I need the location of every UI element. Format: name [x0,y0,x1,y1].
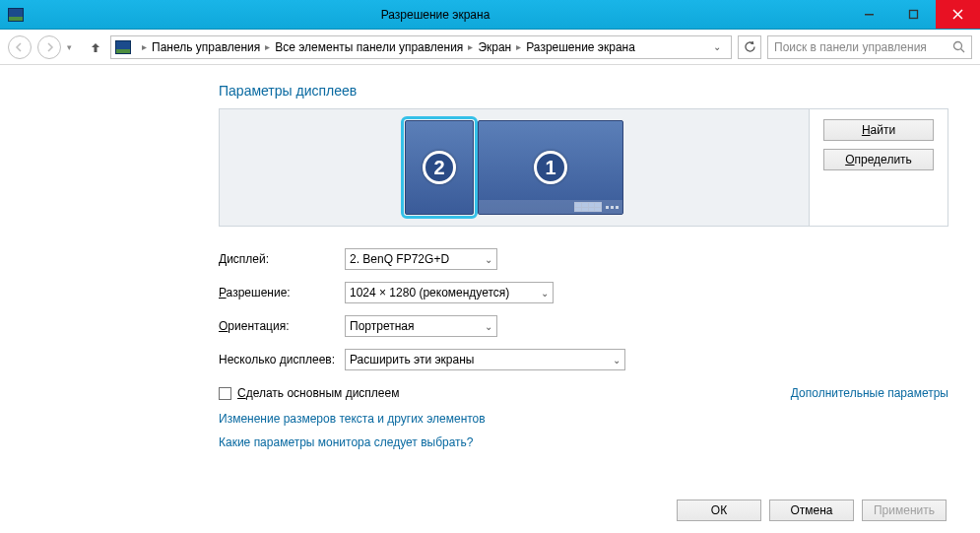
detect-button[interactable]: Найти [823,119,934,141]
minimize-button[interactable] [847,0,891,29]
back-button[interactable] [8,35,32,59]
window-controls [847,0,980,29]
cancel-button[interactable]: Отмена [769,500,854,521]
navbar: ▾ ▸ Панель управления ▸ Все элементы пан… [0,30,980,65]
refresh-button[interactable] [738,35,761,59]
row-display: Дисплей: 2. BenQ FP72G+D ⌄ [219,248,948,270]
breadcrumb[interactable]: ▸ Панель управления ▸ Все элементы панел… [110,35,732,59]
search-icon [952,40,965,53]
checkbox-label: Сделать основным дисплеем [237,386,399,400]
chevron-right-icon: ▸ [260,41,275,52]
which-monitor-link[interactable]: Какие параметры монитора следует выбрать… [219,435,948,449]
make-main-checkbox[interactable]: Сделать основным дисплеем [219,386,399,400]
chevron-down-icon: ⌄ [485,254,492,265]
maximize-button[interactable] [891,0,936,29]
select-multiple[interactable]: Расширить эти экраны ⌄ [345,349,625,370]
svg-point-2 [954,42,962,50]
advanced-settings-link[interactable]: Дополнительные параметры [791,386,948,400]
select-value: Портретная [350,319,414,333]
arrangement-buttons: Найти Определить [810,109,947,226]
minimize-icon [864,9,875,20]
window-title: Разрешение экрана [24,8,847,22]
control-panel-icon [115,40,131,54]
monitor-1[interactable]: 1 [478,120,623,215]
label-multiple: Несколько дисплеев: [219,353,345,366]
apply-button[interactable]: Применить [862,500,947,521]
monitor-2[interactable]: 2 [405,120,474,215]
page-heading: Параметры дисплеев [219,83,948,99]
breadcrumb-item[interactable]: Экран [478,40,511,54]
chevron-down-icon: ⌄ [541,288,549,299]
taskbar-grid-icon [574,202,602,212]
maximize-icon [908,9,919,20]
svg-rect-0 [865,14,874,16]
app-icon [8,8,24,22]
select-resolution[interactable]: 1024 × 1280 (рекомендуется) ⌄ [345,282,554,303]
forward-button[interactable] [37,35,61,59]
select-value: 2. BenQ FP72G+D [350,252,449,266]
arrow-right-icon [43,41,55,53]
select-display[interactable]: 2. BenQ FP72G+D ⌄ [345,248,497,270]
ok-button[interactable]: ОК [677,500,761,521]
text-size-link[interactable]: Изменение размеров текста и других элеме… [219,412,948,426]
titlebar: Разрешение экрана [0,0,980,30]
chevron-right-icon: ▸ [137,41,152,52]
taskbar-preview [479,200,622,214]
chevron-right-icon: ▸ [511,41,526,52]
svg-rect-1 [910,11,918,19]
close-icon [952,9,963,20]
select-orientation[interactable]: Портретная ⌄ [345,315,497,337]
breadcrumb-item[interactable]: Панель управления [152,40,260,54]
identify-button[interactable]: Определить [823,149,934,170]
row-resolution: Разрешение: 1024 × 1280 (рекомендуется) … [219,282,948,303]
display-arrangement: 2 1 Найти Определить [219,108,948,227]
breadcrumb-item[interactable]: Разрешение экрана [526,40,635,54]
refresh-icon [744,40,756,53]
checkbox-row: Сделать основным дисплеем Дополнительные… [219,386,948,400]
breadcrumb-item[interactable]: Все элементы панели управления [275,40,463,54]
recent-dropdown[interactable]: ▾ [67,42,81,52]
row-orientation: Ориентация: Портретная ⌄ [219,315,948,337]
close-button[interactable] [936,0,980,29]
arrow-left-icon [14,41,26,53]
content: Параметры дисплеев 2 1 Найти Определить … [0,65,980,449]
breadcrumb-dropdown[interactable]: ⌄ [707,41,727,52]
search-placeholder: Поиск в панели управления [774,40,952,54]
footer-buttons: ОК Отмена Применить [677,500,947,521]
label-display: Дисплей: [219,252,345,266]
label-orientation: Ориентация: [219,319,345,333]
checkbox-icon [219,387,231,400]
chevron-down-icon: ⌄ [613,355,621,366]
monitor-number: 2 [423,151,456,184]
arrow-up-icon [89,40,102,54]
monitor-number: 1 [534,151,567,184]
search-input[interactable]: Поиск в панели управления [767,35,972,59]
row-multiple: Несколько дисплеев: Расширить эти экраны… [219,349,948,370]
chevron-right-icon: ▸ [463,41,478,52]
label-resolution: Разрешение: [219,286,345,300]
select-value: 1024 × 1280 (рекомендуется) [350,286,509,300]
select-value: Расширить эти экраны [350,353,474,366]
chevron-down-icon: ⌄ [485,321,492,332]
up-button[interactable] [87,38,104,56]
tray-dots-icon [606,206,619,209]
monitor-canvas[interactable]: 2 1 [220,109,810,226]
